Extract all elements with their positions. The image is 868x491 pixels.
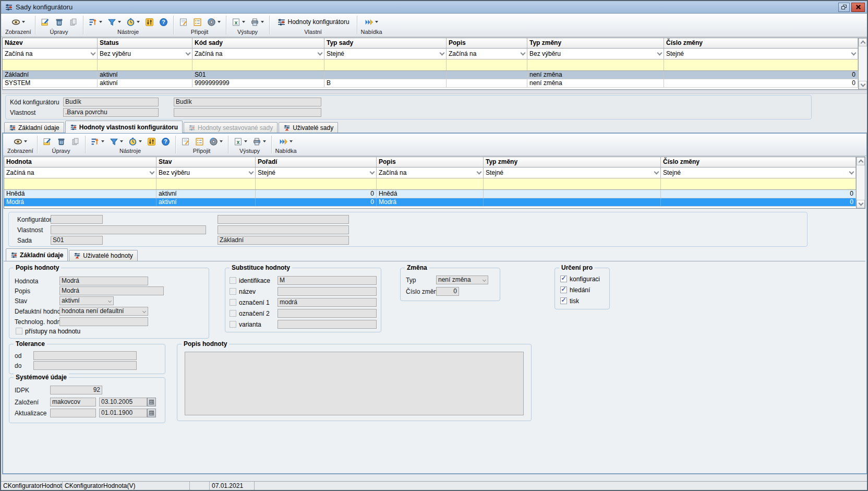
help-button[interactable] <box>158 17 170 28</box>
filter-dropdown[interactable]: Začíná na <box>377 167 484 178</box>
filter-input[interactable] <box>192 59 324 70</box>
column-header[interactable]: Hodnota <box>4 157 156 167</box>
filter-button[interactable] <box>106 17 123 28</box>
restore-button[interactable] <box>838 3 850 12</box>
column-header[interactable]: Kód sady <box>192 38 324 48</box>
tab-uzivatele-hodnoty[interactable]: Uživatelé hodnoty <box>69 250 137 261</box>
filter-input[interactable] <box>98 59 192 70</box>
scroll-down-button[interactable] <box>859 81 867 89</box>
filter-input[interactable] <box>156 178 256 189</box>
scroll-down-button[interactable] <box>857 200 865 208</box>
filter-input[interactable] <box>664 59 858 70</box>
table-row[interactable]: Hnědá aktivní 0 Hnědá 0 <box>4 190 856 198</box>
menu-button[interactable] <box>278 136 294 147</box>
filter-input[interactable] <box>324 59 447 70</box>
filter-dropdown[interactable]: Začíná na <box>4 167 156 178</box>
filter-input[interactable] <box>661 178 856 189</box>
media-button[interactable] <box>208 136 224 147</box>
menu-button[interactable] <box>363 17 380 28</box>
column-header[interactable]: Typ změny <box>484 157 661 167</box>
tab-zakladni-udaje-detail[interactable]: Základní údaje <box>6 248 68 261</box>
tab-hodnoty-vlastnosti-konfiguratoru[interactable]: Hodnoty vlastnosti konfigurátoru <box>65 121 183 133</box>
close-button[interactable] <box>851 3 865 12</box>
sort-button[interactable] <box>87 17 104 28</box>
history-button[interactable] <box>127 136 143 147</box>
filter-input[interactable] <box>447 59 527 70</box>
filter-dropdown[interactable]: Začíná na <box>192 49 324 59</box>
filter-dropdown[interactable]: Bez výběru <box>98 49 192 59</box>
scrollbar-track[interactable] <box>857 165 865 200</box>
filter-dropdown[interactable]: Stejné <box>256 167 377 178</box>
filter-input[interactable] <box>527 59 664 70</box>
hodnoty-konfiguratoru-label: Hodnoty konfigurátoru <box>288 18 349 26</box>
column-header[interactable]: Název <box>3 38 98 48</box>
status-bar: CKonfiguratorHodnotaV CKonfiguratorHodno… <box>1 481 867 491</box>
filter-dropdown[interactable]: Stejné <box>484 167 661 178</box>
note-button[interactable] <box>179 136 191 147</box>
column-header[interactable]: Typ změny <box>527 38 664 48</box>
print-button[interactable] <box>251 136 268 147</box>
filter-dropdown[interactable]: Stejné <box>661 167 856 178</box>
help-button[interactable] <box>160 136 172 147</box>
scroll-up-button[interactable] <box>859 38 867 46</box>
column-header[interactable]: Status <box>98 38 192 48</box>
excel-export-button[interactable] <box>230 17 247 28</box>
column-header[interactable]: Typ sady <box>324 38 447 48</box>
splitter[interactable] <box>2 90 867 94</box>
filter-dropdown[interactable]: Začíná na <box>3 49 98 59</box>
notepad-icon <box>181 137 190 146</box>
scrollbar-track[interactable] <box>859 46 867 81</box>
filter-dropdown[interactable]: Bez výběru <box>156 167 256 178</box>
table-row-selected[interactable]: Modrá aktivní 0 Modrá 0 <box>4 198 856 207</box>
settings-button[interactable] <box>143 17 155 28</box>
table-row[interactable]: SYSTEM aktivní 9999999999 B není změna 0 <box>3 79 858 88</box>
edit-button[interactable] <box>39 17 51 28</box>
filter-button[interactable] <box>108 136 125 147</box>
settings-button[interactable] <box>146 136 158 147</box>
edit-button[interactable] <box>41 136 53 147</box>
filter-dropdown[interactable]: Bez výběru <box>527 49 664 59</box>
tab-uzivatele-sady[interactable]: Uživatelé sady <box>279 122 338 133</box>
column-header[interactable]: Stav <box>156 157 256 167</box>
excel-export-button[interactable] <box>232 136 249 147</box>
filter-dropdown[interactable]: Stejné <box>324 49 447 59</box>
filter-input[interactable] <box>3 59 98 70</box>
sort-button[interactable] <box>89 136 106 147</box>
aktualizace-user-field <box>50 409 96 417</box>
column-header[interactable]: Pořadí <box>256 157 377 167</box>
checklist-button[interactable] <box>191 17 203 28</box>
filter-dropdown[interactable]: Stejné <box>664 49 858 59</box>
nazev-checkbox <box>230 288 236 295</box>
hodnoty-konfiguratoru-button[interactable]: Hodnoty konfigurátoru <box>273 17 353 28</box>
hledani-checkbox[interactable] <box>560 286 567 293</box>
delete-button[interactable] <box>55 136 67 147</box>
filter-input[interactable] <box>4 178 156 189</box>
media-button[interactable] <box>206 17 222 28</box>
column-header[interactable]: Číslo změny <box>661 157 856 167</box>
tab-zakladni-udaje[interactable]: Základní údaje <box>4 122 64 133</box>
tisk-checkbox[interactable] <box>560 297 567 304</box>
column-header[interactable]: Popis <box>377 157 484 167</box>
note-button[interactable] <box>177 17 189 28</box>
konfiguraci-checkbox[interactable] <box>560 276 567 282</box>
restore-icon <box>841 5 847 9</box>
table-row[interactable]: Základní aktivní S01 není změna 0 <box>3 71 858 79</box>
delete-button[interactable] <box>53 17 65 28</box>
zobrazeni-button[interactable] <box>10 17 27 28</box>
field-label: Hodnota <box>15 278 38 285</box>
toolbar-group-vystupy: Výstupy <box>227 14 269 36</box>
filter-input[interactable] <box>484 178 661 189</box>
column-header[interactable]: Popis <box>447 38 527 48</box>
history-button[interactable] <box>125 17 141 28</box>
filter-input[interactable] <box>256 178 377 189</box>
print-button[interactable] <box>249 17 266 28</box>
vertical-scrollbar[interactable] <box>858 38 867 89</box>
filter-dropdown[interactable]: Začíná na <box>447 49 527 59</box>
scroll-up-button[interactable] <box>857 157 865 165</box>
vertical-scrollbar[interactable] <box>856 157 865 208</box>
copy-button <box>67 17 79 28</box>
checklist-button[interactable] <box>194 136 206 147</box>
filter-input[interactable] <box>377 178 484 189</box>
column-header[interactable]: Číslo změny <box>664 38 858 48</box>
zobrazeni-button[interactable] <box>12 136 29 147</box>
